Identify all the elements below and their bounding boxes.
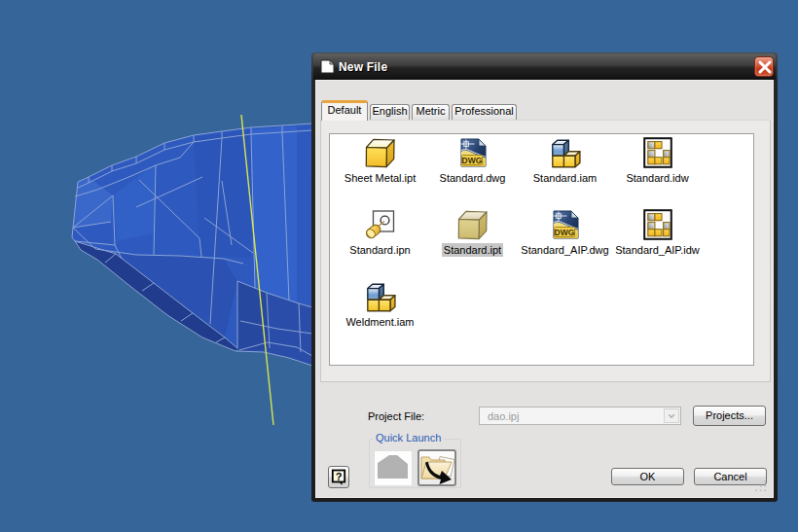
svg-text:DWG: DWG <box>554 228 574 237</box>
svg-text:DWG: DWG <box>461 156 482 165</box>
svg-text:?: ? <box>336 471 343 482</box>
